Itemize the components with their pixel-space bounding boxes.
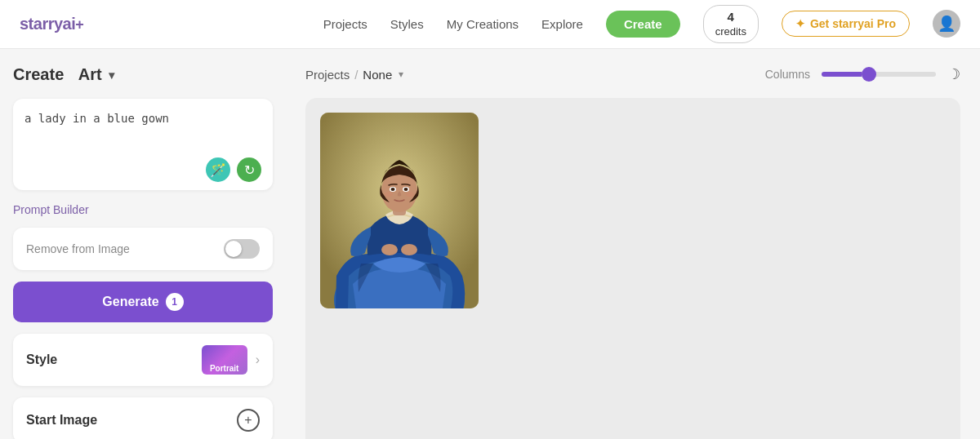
start-image-card[interactable]: Start Image + [13,397,273,439]
pro-button[interactable]: ✦ Get starryai Pro [782,11,910,37]
main-nav: Projects Styles My Creations Explore Cre… [323,5,960,42]
credits-label: credits [715,25,746,39]
header-right: Columns ☽ [765,65,960,83]
add-start-image-icon[interactable]: + [237,409,260,432]
gallery-area [305,98,960,439]
avatar-icon: 👤 [938,15,956,33]
gallery-grid [320,113,946,308]
svg-point-12 [401,244,417,255]
credits-count: 4 [728,9,734,25]
nav-my-creations[interactable]: My Creations [447,17,519,31]
start-image-label: Start Image [26,413,97,428]
style-right: Portrait › [202,345,260,375]
gallery-image-1[interactable] [320,113,479,308]
portrait-svg [320,113,479,308]
svg-point-11 [381,244,398,255]
breadcrumb-separator: / [354,68,358,82]
logo[interactable]: starryai+ [20,15,83,33]
nav-projects[interactable]: Projects [323,17,368,31]
create-label: Create [13,65,64,84]
header: starryai+ Projects Styles My Creations E… [0,0,980,49]
generate-label: Generate [102,295,158,309]
wand-icon: 🪄 [210,162,226,178]
columns-label: Columns [765,68,810,81]
svg-point-8 [404,188,408,191]
columns-slider[interactable] [822,72,936,77]
breadcrumb-chevron-icon[interactable]: ▾ [399,69,403,80]
content-area: Projects / None ▾ Columns ☽ [286,49,980,439]
svg-point-10 [406,192,414,197]
breadcrumb: Projects / None ▾ [305,68,403,82]
remove-from-image-row: Remove from Image [13,228,273,270]
refresh-icon-btn[interactable]: ↻ [237,157,261,182]
chevron-right-icon: › [256,353,260,367]
main-layout: Create Art ▾ 🪄 ↻ Prompt Builder Remove f… [0,49,980,439]
credits-button[interactable]: 4 credits [703,5,759,42]
generate-button[interactable]: Generate 1 [13,282,273,322]
remove-from-image-label: Remove from Image [26,242,130,255]
style-label: Style [26,353,57,367]
logo-text: starryai [20,15,75,33]
prompt-card: 🪄 ↻ [13,99,273,190]
pro-icon: ✦ [795,17,805,30]
svg-point-9 [385,192,393,197]
svg-point-7 [391,188,395,191]
remove-from-image-toggle[interactable] [224,239,260,259]
toggle-thumb [225,241,242,257]
nav-explore[interactable]: Explore [541,17,583,31]
style-thumbnail-label: Portrait [210,364,239,375]
logo-plus: + [75,16,83,33]
content-header: Projects / None ▾ Columns ☽ [305,65,960,83]
style-card[interactable]: Style Portrait › [13,334,273,386]
moon-icon[interactable]: ☽ [947,65,960,83]
wand-icon-btn[interactable]: 🪄 [206,157,230,182]
refresh-icon: ↻ [244,162,255,178]
prompt-input[interactable] [24,110,261,149]
create-button[interactable]: Create [606,11,680,38]
generate-count-badge: 1 [166,293,184,311]
prompt-icons: 🪄 ↻ [24,157,261,182]
chevron-down-icon[interactable]: ▾ [109,69,114,82]
sidebar: Create Art ▾ 🪄 ↻ Prompt Builder Remove f… [0,49,286,439]
style-thumbnail: Portrait [202,345,247,375]
prompt-builder-link[interactable]: Prompt Builder [13,203,273,216]
pro-button-label: Get starryai Pro [810,17,896,30]
art-label: Art [78,65,102,84]
breadcrumb-current[interactable]: None [363,68,392,82]
avatar-button[interactable]: 👤 [933,10,960,38]
nav-styles[interactable]: Styles [390,17,424,31]
create-art-header: Create Art ▾ [13,65,273,84]
breadcrumb-projects[interactable]: Projects [305,68,350,82]
